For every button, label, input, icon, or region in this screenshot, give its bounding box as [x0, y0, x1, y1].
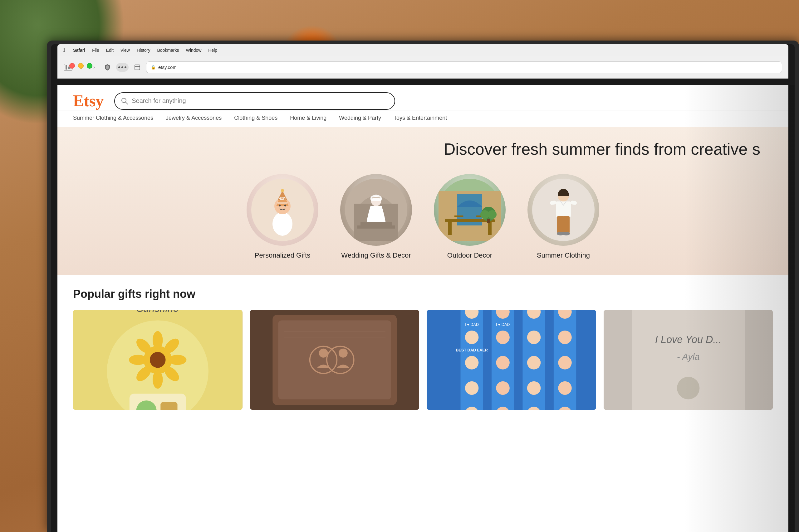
close-button[interactable] — [69, 63, 75, 69]
svg-rect-27 — [488, 222, 492, 235]
menubar-safari[interactable]: Safari — [73, 48, 85, 53]
shield-icon — [105, 64, 110, 71]
url-text: etsy.com — [158, 64, 177, 70]
svg-line-6 — [126, 102, 128, 104]
menubar-bookmarks[interactable]: Bookmarks — [157, 48, 179, 53]
outdoor-image — [438, 179, 501, 241]
svg-point-33 — [480, 210, 489, 219]
svg-rect-26 — [448, 222, 452, 235]
svg-text:I ♥ DAD: I ♥ DAD — [496, 323, 510, 327]
menubar-history[interactable]: History — [137, 48, 150, 53]
product-image-4: I Love You D... - Ayla — [604, 310, 773, 410]
search-bar[interactable] — [114, 92, 395, 110]
menubar-file[interactable]: File — [92, 48, 99, 53]
svg-point-86 — [465, 330, 478, 344]
dots-icon — [118, 66, 126, 68]
svg-point-96 — [527, 381, 541, 395]
category-item-outdoor[interactable]: Outdoor Decor — [432, 174, 507, 260]
category-item-wedding[interactable]: Wedding Gifts & Decor — [339, 174, 414, 260]
svg-point-93 — [558, 356, 571, 369]
svg-point-41 — [562, 232, 570, 235]
address-bar[interactable]: 🔒 etsy.com — [146, 61, 782, 73]
screen-bezel:  Safari File Edit View History Bookmark… — [51, 44, 795, 532]
popular-section: Popular gifts right now — [57, 275, 788, 422]
svg-point-92 — [527, 356, 541, 369]
svg-rect-60 — [160, 402, 177, 410]
etsy-logo[interactable]: Etsy — [73, 92, 104, 110]
category-label-personalized: Personalized Gifts — [255, 251, 311, 260]
search-input[interactable] — [132, 97, 388, 104]
svg-text:- Ayla: - Ayla — [677, 352, 700, 362]
personalized-gifts-image: NORI — [251, 179, 314, 241]
svg-text:NORI: NORI — [279, 197, 287, 201]
menubar-window[interactable]: Window — [186, 48, 202, 53]
menubar-help[interactable]: Help — [208, 48, 217, 53]
svg-point-95 — [496, 381, 509, 395]
category-item-summer[interactable]: Summer Clothing — [526, 174, 601, 260]
product-image-2 — [250, 310, 419, 410]
fullscreen-button[interactable] — [87, 63, 92, 69]
product-card-1[interactable]: Sending you Sunshine — [73, 310, 242, 410]
svg-rect-39 — [563, 216, 569, 233]
svg-rect-0 — [66, 65, 67, 70]
mac-menubar:  Safari File Edit View History Bookmark… — [57, 44, 788, 56]
category-circle-wedding — [340, 174, 412, 246]
nav-jewelry[interactable]: Jewelry & Accessories — [166, 115, 222, 122]
product-card-4[interactable]: I Love You D... - Ayla — [604, 310, 773, 410]
browser-toolbar: ‹ › — [57, 56, 788, 79]
category-item-personalized[interactable]: NORI Personalized Gifts — [245, 174, 320, 260]
nav-home-living[interactable]: Home & Living — [290, 115, 326, 122]
nav-summer-clothing[interactable]: Summer Clothing & Accessories — [73, 115, 153, 122]
svg-point-14 — [279, 205, 280, 206]
nav-wedding-party[interactable]: Wedding & Party — [339, 115, 381, 122]
svg-point-8 — [272, 212, 292, 236]
svg-point-91 — [496, 356, 509, 369]
svg-point-50 — [168, 355, 187, 365]
product-card-2[interactable] — [250, 310, 419, 410]
svg-text:BEST DAD EVER: BEST DAD EVER — [456, 348, 488, 353]
svg-point-47 — [150, 352, 166, 368]
svg-point-66 — [319, 349, 328, 358]
svg-point-94 — [465, 381, 478, 395]
svg-text:Sunshine: Sunshine — [137, 310, 179, 314]
etsy-header: Etsy — [57, 85, 788, 110]
svg-point-13 — [281, 189, 284, 192]
svg-rect-28 — [454, 215, 464, 217]
svg-point-15 — [284, 205, 286, 206]
product-card-3[interactable]: #1 DAD I ♥ DAD BEST DAD EVER #1 DAD I ♥ … — [426, 310, 596, 410]
etsy-nav: Summer Clothing & Accessories Jewelry & … — [57, 110, 788, 127]
svg-point-88 — [527, 330, 541, 344]
traffic-lights — [69, 63, 92, 69]
summer-clothing-image — [532, 179, 595, 241]
svg-rect-21 — [361, 222, 392, 226]
svg-point-52 — [152, 370, 163, 388]
search-icon — [121, 98, 128, 104]
extensions-button[interactable] — [116, 63, 129, 72]
product-image-3: #1 DAD I ♥ DAD BEST DAD EVER #1 DAD I ♥ … — [426, 310, 596, 410]
svg-rect-20 — [357, 226, 395, 229]
svg-point-89 — [558, 330, 571, 344]
product-image-1: Sending you Sunshine — [73, 310, 242, 410]
svg-point-90 — [465, 356, 478, 369]
hero-title: Discover fresh summer finds from creativ… — [73, 140, 773, 158]
svg-text:I ♥ DAD: I ♥ DAD — [465, 323, 479, 327]
nav-clothing-shoes[interactable]: Clothing & Shoes — [234, 115, 277, 122]
hero-section: Discover fresh summer finds from creativ… — [57, 127, 788, 275]
wedding-image — [345, 179, 407, 241]
menubar-view[interactable]: View — [121, 48, 130, 53]
svg-point-54 — [129, 355, 147, 365]
category-circles: NORI Personalized Gifts — [73, 174, 773, 260]
svg-rect-37 — [556, 202, 571, 217]
tab-overview-button[interactable] — [133, 63, 142, 72]
svg-rect-4 — [135, 65, 140, 70]
popular-section-title: Popular gifts right now — [73, 287, 773, 301]
minimize-button[interactable] — [78, 63, 84, 69]
svg-point-67 — [338, 349, 347, 358]
nav-toys[interactable]: Toys & Entertainment — [394, 115, 447, 122]
privacy-shield-button[interactable] — [103, 63, 112, 72]
menubar-edit[interactable]: Edit — [106, 48, 114, 53]
apple-icon:  — [63, 47, 65, 53]
svg-rect-31 — [487, 218, 490, 223]
lock-icon: 🔒 — [151, 65, 156, 70]
products-grid: Sending you Sunshine — [73, 310, 773, 410]
